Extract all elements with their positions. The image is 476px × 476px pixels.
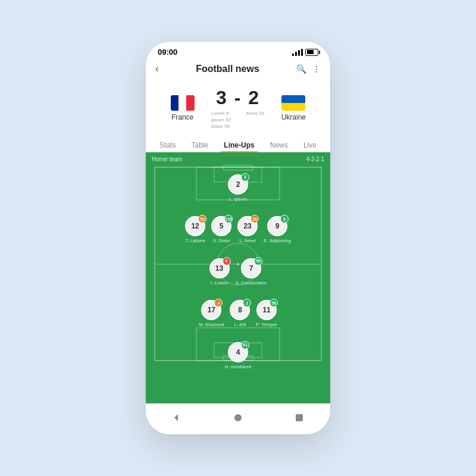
phone-frame: 09:00 ‹ Football news 🔍 ⋮: [146, 42, 330, 434]
signal-icon: [292, 49, 303, 56]
back-button[interactable]: ‹: [155, 62, 159, 75]
away-events: Amet 24': [246, 110, 265, 130]
tab-live[interactable]: Live: [300, 139, 320, 152]
formation-label: 4·3·2·1: [306, 156, 324, 162]
player-row-3: 13 4 I. Lorem 7 58 A. Consectetur: [146, 258, 330, 286]
player-row-4: 17 4 M. Elusmod 8 2 L. Elit 11 58: [146, 300, 330, 327]
header: ‹ Football news 🔍 ⋮: [146, 60, 330, 80]
player-8: 8 2 L. Elit: [230, 300, 250, 327]
svg-point-11: [234, 414, 242, 421]
home-team-flag: [171, 95, 195, 111]
header-actions: 🔍 ⋮: [296, 64, 321, 74]
player-23: 23 28 L. Amet: [237, 216, 258, 243]
player-11: 11 58 P. Tempor: [256, 300, 277, 327]
player-5-badge: 135: [224, 215, 233, 223]
player-8-badge: 2: [243, 299, 251, 307]
player-row-5: 4 61 N. Incididunt: [146, 342, 330, 369]
home-events: Lorem 8' Ipsum 32' Dolor 76': [211, 110, 231, 130]
player-4-badge: 61: [241, 341, 249, 349]
nav-back-button[interactable]: [167, 408, 186, 427]
status-bar: 09:00: [146, 42, 330, 60]
player-2: 2 3 L. Ipsum: [228, 174, 248, 202]
player-11-badge: 58: [270, 299, 278, 307]
nav-square-icon: [295, 413, 304, 422]
player-row-2: 12 53 T. Labore 5 135 S. Dolor 23 28: [146, 216, 330, 243]
player-12: 12 53 T. Labore: [185, 216, 205, 243]
nav-back-icon: [172, 413, 181, 422]
away-team-name: Ukraine: [281, 113, 306, 121]
tabs-bar: Stats Table Line-Ups News Live: [146, 135, 330, 152]
player-13-badge: 4: [223, 257, 231, 265]
tab-stats[interactable]: Stats: [156, 139, 179, 152]
score-section: France 3 - 2 Lorem 8' Ipsum 32' Dolor 76…: [146, 80, 330, 135]
score-display: 3 - 2: [216, 87, 260, 109]
player-17-badge: 4: [214, 299, 223, 307]
status-time: 09:00: [158, 48, 177, 57]
svg-marker-10: [174, 414, 178, 421]
nav-square-button[interactable]: [290, 408, 309, 427]
player-2-badge: 3: [241, 173, 249, 181]
player-17: 17 4 M. Elusmod: [199, 300, 224, 327]
home-team-label: Home team: [152, 156, 183, 162]
battery-icon: [305, 49, 318, 56]
player-23-badge: 28: [250, 215, 259, 223]
home-team-name: France: [171, 113, 193, 121]
football-pitch: Home team 4·3·2·1 2 3 L. Ipsum 12: [146, 152, 330, 403]
score-middle: 3 - 2 Lorem 8' Ipsum 32' Dolor 76' Amet …: [209, 87, 267, 130]
player-9-badge: 5: [280, 215, 289, 223]
player-13: 13 4 I. Lorem: [209, 258, 230, 286]
player-4: 4 61 N. Incididunt: [225, 342, 251, 369]
away-team-flag: [281, 95, 305, 111]
page-title: Football news: [196, 64, 259, 74]
away-team: Ukraine: [274, 95, 313, 121]
player-9: 9 5 E. Adipiscing: [264, 216, 291, 243]
nav-home-button[interactable]: [228, 408, 248, 427]
player-7-badge: 58: [254, 257, 262, 265]
search-icon[interactable]: 🔍: [296, 64, 306, 74]
nav-bar: [146, 403, 330, 434]
nav-home-icon: [233, 413, 243, 422]
player-5: 5 135 S. Dolor: [211, 216, 231, 243]
home-team: France: [163, 95, 202, 121]
tab-table[interactable]: Table: [188, 139, 212, 152]
more-icon[interactable]: ⋮: [312, 64, 321, 74]
player-7: 7 58 A. Consectetur: [236, 258, 267, 286]
svg-rect-12: [296, 414, 303, 421]
player-12-badge: 53: [198, 215, 206, 223]
status-icons: [292, 49, 318, 56]
players-grid: 2 3 L. Ipsum 12 53 T. Labore 5: [146, 164, 330, 380]
tab-news[interactable]: News: [267, 139, 292, 152]
tab-lineups[interactable]: Line-Ups: [220, 139, 258, 152]
player-row-1: 2 3 L. Ipsum: [146, 174, 330, 202]
